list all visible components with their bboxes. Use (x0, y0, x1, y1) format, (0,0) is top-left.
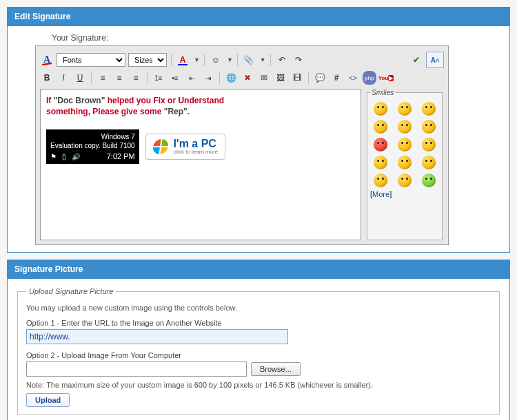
html-icon[interactable]: <> (346, 71, 360, 85)
signature-text: If "Doc Brown" helped you Fix or Underst… (46, 95, 355, 117)
smiley-smile[interactable] (374, 102, 387, 116)
sizes-select[interactable]: Sizes (128, 53, 167, 67)
tray-time: 7:02 PM (107, 151, 135, 161)
video-icon[interactable]: 🎞 (290, 71, 304, 85)
outdent-icon[interactable]: ⇤ (185, 71, 199, 85)
php-icon[interactable]: php (363, 71, 376, 85)
toggle-mode-icon[interactable]: AA (426, 52, 444, 68)
upload-blurb: You may upload a new custom image using … (26, 304, 491, 312)
remove-format-icon[interactable]: A (40, 53, 54, 67)
signature-picture-header: Signature Picture (7, 260, 510, 279)
underline-icon[interactable]: U (73, 71, 87, 85)
fonts-select[interactable]: Fonts (57, 53, 125, 67)
action-row: Save Signature Preview Signature (17, 414, 500, 420)
undo-icon[interactable]: ↶ (275, 53, 289, 67)
option2-label: Option 2 - Upload Image From Your Comput… (26, 351, 491, 359)
signature-canvas[interactable]: If "Doc Brown" helped you Fix or Underst… (40, 89, 361, 240)
file-path-input[interactable] (26, 361, 247, 377)
volume-icon: 🔊 (72, 152, 80, 161)
spellcheck-icon[interactable]: ✔ (409, 53, 423, 67)
toolbar-row-2: B I U ≡ ≡ ≡ 1≡ •≡ ⇤ ⇥ 🌐 ✖ ✉ 🖼 🎞 💬 # <> p… (40, 70, 444, 86)
upload-legend: Upload Signature Picture (26, 287, 116, 295)
smilies-panel: Smilies [ (367, 89, 443, 240)
hash-icon[interactable]: # (330, 71, 343, 85)
italic-icon[interactable]: I (57, 71, 70, 85)
attach-icon[interactable]: 📎 (242, 53, 256, 67)
image-url-input[interactable] (26, 329, 288, 344)
align-left-icon[interactable]: ≡ (96, 71, 110, 85)
chevron-down-icon[interactable]: ▼ (227, 56, 233, 63)
upload-fieldset: Upload Signature Picture You may upload … (17, 287, 500, 414)
edit-signature-body: Your Signature: A Fonts Sizes A▼ ☺▼ 📎▼ ↶… (7, 26, 510, 253)
quote-icon[interactable]: 💬 (313, 71, 327, 85)
smiley-eek[interactable] (398, 156, 412, 169)
edit-signature-title: Edit Signature (14, 12, 70, 21)
smiley-sick[interactable] (422, 174, 436, 187)
windows-logo-icon (152, 139, 169, 154)
browse-button[interactable]: Browse... (251, 362, 301, 376)
link-icon[interactable]: 🌐 (224, 71, 238, 85)
smiley-wink[interactable] (422, 102, 436, 116)
unlink-icon[interactable]: ✖ (241, 71, 254, 85)
ordered-list-icon[interactable]: 1≡ (152, 71, 165, 85)
smiley-biggrin[interactable] (398, 102, 412, 116)
signature-picture-body: Upload Signature Picture You may upload … (7, 279, 510, 420)
smiley-cry[interactable] (398, 138, 412, 151)
indent-icon[interactable]: ⇥ (201, 71, 215, 85)
align-right-icon[interactable]: ≡ (129, 71, 143, 85)
upload-button[interactable]: Upload (26, 393, 70, 407)
smiley-frown[interactable] (374, 120, 387, 134)
smilies-more-link[interactable]: More (372, 190, 389, 198)
align-center-icon[interactable]: ≡ (112, 71, 126, 85)
youtube-icon[interactable]: You▶ (379, 71, 393, 85)
smiley-angry[interactable] (422, 120, 436, 134)
im-a-pc-badge: I'm a PC click to learn more (145, 134, 225, 160)
upload-note: Note: The maximum size of your custom im… (26, 381, 491, 389)
flag-icon: ⚑ (50, 152, 57, 161)
smiley-mad[interactable] (374, 138, 387, 151)
smiley-huh[interactable] (398, 174, 412, 187)
option1-label: Option 1 - Enter the URL to the Image on… (26, 319, 491, 327)
edit-signature-header: Edit Signature (7, 7, 510, 26)
smiley-confused[interactable] (398, 120, 412, 134)
windows-build-badge: Windows 7 Evaluation copy. Build 7100 ⚑ … (46, 129, 139, 163)
toolbar-row-1: A Fonts Sizes A▼ ☺▼ 📎▼ ↶ ↷ ✔ AA (40, 50, 444, 70)
network-icon: ▯ (62, 152, 66, 161)
bold-icon[interactable]: B (40, 71, 54, 85)
chevron-down-icon[interactable]: ▼ (194, 56, 200, 63)
smiley-icon[interactable]: ☺ (209, 53, 223, 67)
smiley-grin[interactable] (374, 156, 387, 169)
email-icon[interactable]: ✉ (257, 71, 271, 85)
smilies-legend: Smilies (370, 89, 395, 96)
chevron-down-icon[interactable]: ▼ (260, 56, 266, 63)
smiley-rolleyes[interactable] (374, 174, 387, 187)
redo-icon[interactable]: ↷ (292, 53, 305, 67)
image-icon[interactable]: 🖼 (274, 71, 287, 85)
signature-picture-title: Signature Picture (14, 264, 83, 274)
your-signature-label: Your Signature: (52, 33, 503, 43)
unordered-list-icon[interactable]: •≡ (168, 71, 182, 85)
signature-editor: A Fonts Sizes A▼ ☺▼ 📎▼ ↶ ↷ ✔ AA B (35, 45, 449, 245)
font-color-icon[interactable]: A (176, 53, 190, 67)
smiley-tongue[interactable] (422, 156, 436, 169)
smiley-cool[interactable] (422, 138, 436, 151)
